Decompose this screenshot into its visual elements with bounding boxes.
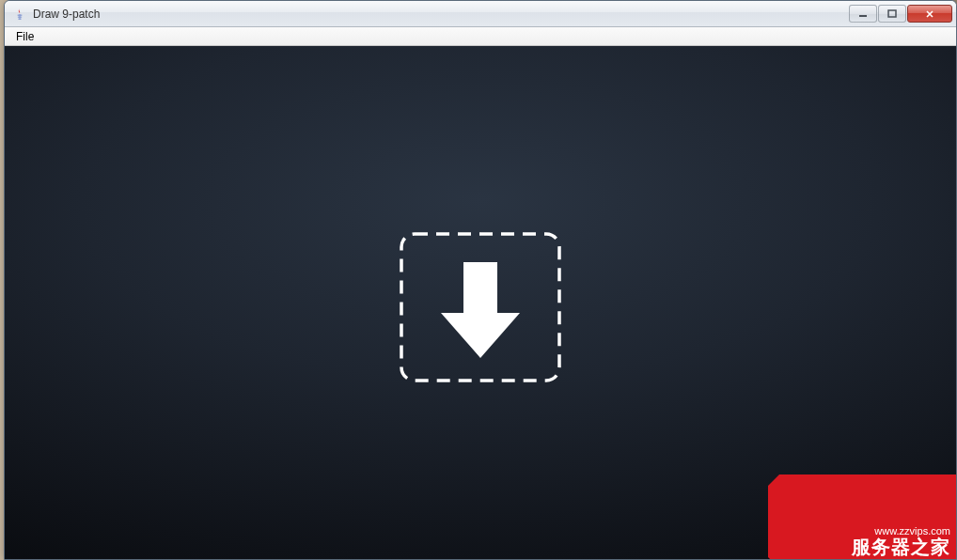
drop-zone[interactable] — [396, 228, 565, 386]
window-title: Draw 9-patch — [33, 8, 849, 21]
maximize-button[interactable] — [878, 5, 906, 23]
content-area[interactable]: www.zzvips.com 服务器之家 — [5, 46, 956, 559]
java-app-icon — [12, 7, 27, 22]
desktop-background: Draw 9-patch File — [0, 0, 957, 560]
close-button[interactable] — [907, 5, 952, 23]
window-controls — [849, 5, 952, 23]
minimize-button[interactable] — [849, 5, 877, 23]
drop-arrow-icon — [396, 228, 565, 386]
menu-file[interactable]: File — [8, 28, 41, 45]
svg-rect-0 — [859, 15, 867, 17]
watermark: www.zzvips.com 服务器之家 — [768, 474, 956, 559]
titlebar[interactable]: Draw 9-patch — [5, 1, 956, 27]
application-window: Draw 9-patch File — [4, 0, 957, 560]
watermark-label: 服务器之家 — [852, 537, 950, 557]
watermark-url: www.zzvips.com — [852, 525, 950, 537]
svg-rect-1 — [888, 10, 896, 17]
menubar: File — [5, 27, 956, 46]
